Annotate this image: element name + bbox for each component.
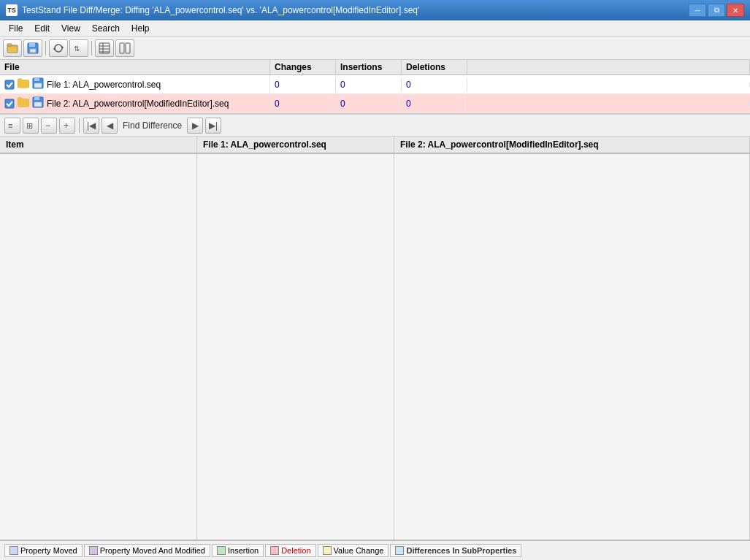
separator-2 bbox=[91, 41, 92, 55]
legend-deletion: Deletion bbox=[265, 544, 315, 557]
file-1-extra bbox=[467, 83, 750, 87]
legend-property-moved-modified: Property Moved And Modified bbox=[84, 544, 210, 557]
save-icon-1 bbox=[32, 77, 44, 91]
svg-rect-17 bbox=[34, 78, 39, 81]
col-deletions: Deletions bbox=[402, 60, 467, 74]
content-body bbox=[0, 154, 750, 540]
find-diff-toolbar: ≡ ⊞ − + |◀ ◀ Find Difference ▶ ▶| bbox=[0, 115, 750, 137]
legend-label-deletion: Deletion bbox=[281, 546, 310, 555]
legend-label-value-change: Value Change bbox=[334, 546, 384, 555]
menu-help[interactable]: Help bbox=[126, 22, 156, 35]
collapse-button[interactable]: − bbox=[41, 118, 57, 134]
file-table-header: File Changes Insertions Deletions bbox=[0, 60, 750, 75]
file-2-extra bbox=[467, 101, 750, 106]
legend-differences-in-sub: Differences In SubProperties bbox=[390, 544, 521, 557]
legend-label-moved: Property Moved bbox=[20, 546, 77, 555]
file-2-deletions: 0 bbox=[402, 96, 467, 111]
content-header: Item File 1: ALA_powercontrol.seq File 2… bbox=[0, 137, 750, 154]
content-area: Item File 1: ALA_powercontrol.seq File 2… bbox=[0, 137, 750, 540]
col-insertions: Insertions bbox=[336, 60, 402, 74]
save-button[interactable] bbox=[23, 39, 42, 57]
minimize-button[interactable]: ─ bbox=[689, 4, 706, 17]
expand-button[interactable]: + bbox=[59, 118, 75, 134]
menu-view[interactable]: View bbox=[56, 22, 86, 35]
title-bar: TS TestStand File Diff/Merge: Diffing 'A… bbox=[0, 0, 750, 20]
svg-text:−: − bbox=[45, 120, 50, 131]
window-title: TestStand File Diff/Merge: Diffing 'ALA_… bbox=[22, 5, 689, 15]
save-icon-2 bbox=[32, 96, 44, 110]
svg-rect-21 bbox=[34, 97, 39, 100]
svg-rect-13 bbox=[120, 43, 124, 53]
file-2-changes: 0 bbox=[270, 96, 336, 111]
svg-text:⊞: ⊞ bbox=[26, 121, 33, 130]
file-1-name: File 1: ALA_powercontrol.seq bbox=[47, 80, 161, 90]
legend-property-moved: Property Moved bbox=[4, 544, 83, 557]
col-file: File bbox=[0, 60, 270, 74]
sync2-button[interactable]: ⇅ bbox=[69, 39, 88, 57]
legend-label-moved-mod: Property Moved And Modified bbox=[100, 546, 205, 555]
legend-insertion: Insertion bbox=[212, 544, 264, 557]
legend-swatch-value-change bbox=[323, 546, 332, 555]
file-1-insertions: 0 bbox=[336, 77, 402, 92]
checkbox-icon-1[interactable] bbox=[4, 80, 15, 90]
svg-text:≡: ≡ bbox=[8, 121, 12, 130]
file-row-2[interactable]: File 2: ALA_powercontrol[ModifiedInEdito… bbox=[0, 94, 750, 113]
col-changes: Changes bbox=[270, 60, 336, 74]
checkbox-icon-2[interactable] bbox=[4, 99, 15, 109]
svg-rect-18 bbox=[34, 83, 42, 88]
content-col1-header: Item bbox=[0, 137, 197, 153]
open-button[interactable] bbox=[3, 39, 22, 57]
menu-file[interactable]: File bbox=[3, 22, 28, 35]
window-controls: ─ ⧉ ✕ bbox=[689, 4, 744, 17]
last-diff-button[interactable]: ▶| bbox=[205, 118, 221, 134]
menu-search[interactable]: Search bbox=[86, 22, 126, 35]
close-button[interactable]: ✕ bbox=[727, 4, 744, 17]
file-name-1: File 1: ALA_powercontrol.seq bbox=[0, 75, 270, 93]
content-col2-header: File 1: ALA_powercontrol.seq bbox=[197, 137, 394, 153]
svg-marker-6 bbox=[53, 47, 55, 50]
expand-all-button[interactable]: ⊞ bbox=[23, 118, 39, 134]
file-1-changes: 0 bbox=[270, 77, 336, 92]
col-extra bbox=[467, 60, 750, 74]
legend-swatch-insertion bbox=[217, 546, 226, 555]
prev-diff-button[interactable]: ◀ bbox=[102, 118, 118, 134]
table-view-button[interactable] bbox=[95, 39, 114, 57]
folder-icon-1 bbox=[18, 78, 29, 91]
app-icon: TS bbox=[6, 4, 18, 16]
svg-rect-4 bbox=[30, 49, 36, 53]
svg-text:⇅: ⇅ bbox=[74, 45, 80, 53]
content-col-2 bbox=[197, 154, 394, 540]
menu-bar: File Edit View Search Help bbox=[0, 20, 750, 37]
file-2-insertions: 0 bbox=[336, 96, 402, 111]
folder-icon-2 bbox=[18, 97, 29, 110]
content-col3-header: File 2: ALA_powercontrol[ModifiedInEdito… bbox=[394, 137, 750, 153]
legend-swatch-deletion bbox=[270, 546, 279, 555]
split-view-button[interactable] bbox=[115, 39, 134, 57]
separator-3 bbox=[79, 118, 80, 133]
svg-rect-15 bbox=[5, 80, 14, 89]
toolbar: ⇅ bbox=[0, 37, 750, 60]
collapse-all-button[interactable]: ≡ bbox=[4, 118, 20, 134]
file-2-name: File 2: ALA_powercontrol[ModifiedInEdito… bbox=[47, 99, 229, 109]
menu-edit[interactable]: Edit bbox=[28, 22, 56, 35]
legend-swatch-moved-mod bbox=[89, 546, 98, 555]
svg-rect-3 bbox=[29, 43, 35, 47]
separator-1 bbox=[45, 41, 46, 55]
legend-swatch-sub-props bbox=[395, 546, 404, 555]
file-row-1[interactable]: File 1: ALA_powercontrol.seq 0 0 0 bbox=[0, 75, 750, 94]
svg-rect-14 bbox=[126, 43, 130, 53]
legend-label-insertion: Insertion bbox=[228, 546, 259, 555]
svg-rect-1 bbox=[7, 44, 12, 46]
first-diff-button[interactable]: |◀ bbox=[83, 118, 99, 134]
sync-button[interactable] bbox=[49, 39, 68, 57]
svg-rect-22 bbox=[34, 102, 42, 107]
file-name-2: File 2: ALA_powercontrol[ModifiedInEdito… bbox=[0, 94, 270, 112]
file-1-deletions: 0 bbox=[402, 77, 467, 92]
status-bar: Property Moved Property Moved And Modifi… bbox=[0, 540, 750, 560]
file-table: File Changes Insertions Deletions File 1… bbox=[0, 60, 750, 115]
svg-rect-19 bbox=[5, 99, 14, 108]
next-diff-button[interactable]: ▶ bbox=[187, 118, 203, 134]
legend-value-change: Value Change bbox=[318, 544, 389, 557]
legend-label-sub-props: Differences In SubProperties bbox=[406, 546, 516, 555]
restore-button[interactable]: ⧉ bbox=[708, 4, 725, 17]
